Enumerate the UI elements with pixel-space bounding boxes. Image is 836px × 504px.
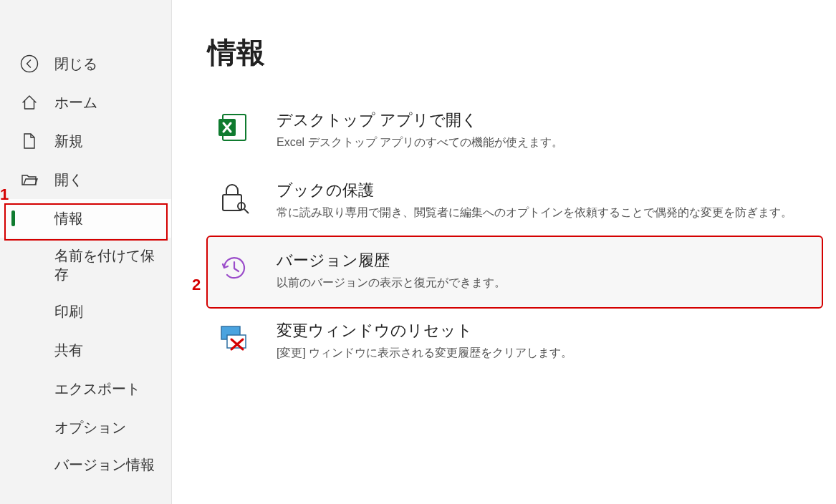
main-content: 情報 デスクトップ アプリで開く Excel デスクトップ アプリのすべての機能… (172, 0, 836, 504)
sidebar-item-saveas[interactable]: 名前を付けて保存 (0, 238, 171, 292)
card-version-history[interactable]: バージョン履歴 以前のバージョンの表示と復元ができます。 (208, 237, 822, 307)
card-desc: Excel デスクトップ アプリのすべての機能が使えます。 (277, 134, 563, 151)
card-protect[interactable]: ブックの保護 常に読み取り専用で開き、閲覧者に編集へのオプトインを依頼することで… (208, 167, 822, 237)
sidebar-item-share[interactable]: 共有 (0, 331, 171, 369)
sidebar-item-label: 閉じる (54, 44, 97, 83)
svg-point-0 (21, 56, 38, 72)
sidebar-item-options[interactable]: オプション (0, 408, 171, 447)
sidebar-item-close[interactable]: 閉じる (0, 44, 171, 83)
card-open-desktop[interactable]: デスクトップ アプリで開く Excel デスクトップ アプリのすべての機能が使え… (208, 97, 822, 167)
card-desc: 常に読み取り専用で開き、閲覧者に編集へのオプトインを依頼することで偶発的な変更を… (277, 204, 792, 221)
sidebar-item-label: バージョン情報 (54, 455, 155, 474)
sidebar-item-about[interactable]: バージョン情報 (0, 447, 171, 483)
page-title: 情報 (208, 33, 822, 72)
sidebar-item-export[interactable]: エクスポート (0, 369, 171, 408)
card-body: バージョン履歴 以前のバージョンの表示と復元ができます。 (277, 250, 506, 291)
card-desc: 以前のバージョンの表示と復元ができます。 (277, 274, 506, 291)
sidebar-item-label: 開く (54, 160, 83, 199)
sidebar-item-label: ホーム (54, 83, 97, 122)
lock-key-icon (216, 180, 252, 215)
sidebar-item-label: エクスポート (54, 369, 140, 408)
sidebar-item-label: 新規 (54, 122, 83, 160)
card-title: デスクトップ アプリで開く (277, 110, 563, 131)
back-arrow-circle-icon (20, 54, 39, 73)
app-root: 閉じる ホーム 新規 (0, 0, 836, 504)
card-reset-changes[interactable]: 変更ウィンドウのリセット [変更] ウィンドウに表示される変更履歴をクリアします… (208, 307, 822, 377)
home-icon (20, 93, 39, 112)
card-title: 変更ウィンドウのリセット (277, 320, 572, 341)
file-icon (20, 132, 39, 150)
card-body: ブックの保護 常に読み取り専用で開き、閲覧者に編集へのオプトインを依頼することで… (277, 180, 792, 221)
sidebar-item-new[interactable]: 新規 (0, 122, 171, 160)
sidebar-item-label: 情報 (54, 199, 83, 238)
sidebar-item-label: 共有 (54, 331, 83, 369)
sidebar-item-label: オプション (54, 408, 126, 447)
history-icon (216, 250, 252, 286)
excel-icon (216, 110, 252, 145)
sidebar-item-label: 印刷 (54, 292, 83, 331)
card-desc: [変更] ウィンドウに表示される変更履歴をクリアします。 (277, 344, 572, 362)
sidebar-item-open[interactable]: 開く (0, 160, 171, 199)
selected-indicator (11, 210, 15, 226)
sidebar-item-info[interactable]: 情報 (0, 199, 171, 238)
reset-changes-icon (216, 320, 252, 356)
card-body: デスクトップ アプリで開く Excel デスクトップ アプリのすべての機能が使え… (277, 110, 563, 151)
sidebar-item-label: 名前を付けて保存 (54, 246, 160, 284)
card-body: 変更ウィンドウのリセット [変更] ウィンドウに表示される変更履歴をクリアします… (277, 320, 572, 362)
backstage-sidebar: 閉じる ホーム 新規 (0, 0, 172, 504)
card-title: ブックの保護 (277, 180, 792, 201)
folder-open-icon (20, 170, 39, 189)
sidebar-item-home[interactable]: ホーム (0, 83, 171, 122)
card-title: バージョン履歴 (277, 250, 506, 271)
sidebar-item-print[interactable]: 印刷 (0, 292, 171, 331)
